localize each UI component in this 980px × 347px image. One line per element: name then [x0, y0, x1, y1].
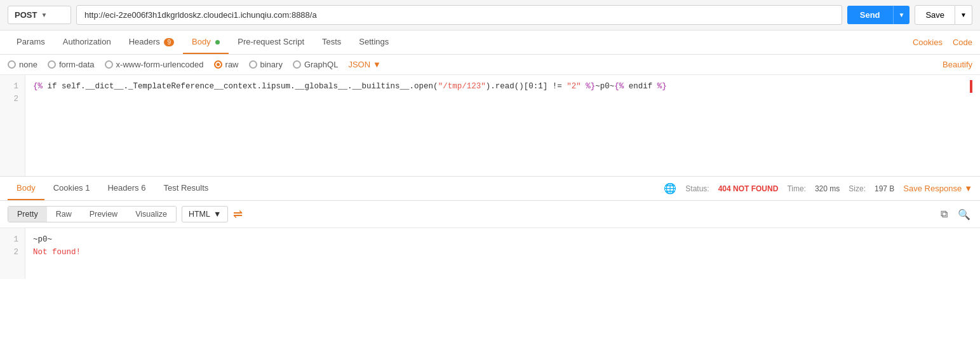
response-toolbar-right: ⧉ 🔍: [939, 207, 972, 222]
body-dot-icon: [215, 40, 220, 44]
json-format-chevron-icon: ▼: [373, 60, 381, 69]
search-button[interactable]: 🔍: [956, 207, 972, 222]
editor-line-1: {% if self.__dict__._TemplateReference__…: [33, 80, 972, 93]
response-line-numbers: 1 2: [0, 228, 25, 279]
tab-body[interactable]: Body: [183, 31, 229, 54]
radio-urlencoded-icon: [105, 60, 113, 69]
resp-line-num-2: 2: [6, 246, 18, 259]
response-body-toolbar: Pretty Raw Preview Visualize HTML ▼ ⇌ ⧉ …: [0, 201, 980, 228]
response-tab-cookies[interactable]: Cookies 1: [44, 177, 99, 200]
copy-button[interactable]: ⧉: [939, 207, 950, 222]
wrap-icon[interactable]: ⇌: [233, 207, 243, 221]
option-none[interactable]: none: [8, 60, 37, 69]
save-group: Save ▼: [915, 5, 972, 25]
time-label: Time:: [787, 184, 806, 193]
response-tab-body[interactable]: Body: [8, 177, 44, 200]
url-input[interactable]: [76, 5, 842, 25]
response-tab-test-results[interactable]: Test Results: [154, 177, 217, 200]
radio-binary-icon: [249, 60, 257, 69]
resp-line-num-1: 1: [6, 233, 18, 246]
json-format-dropdown[interactable]: JSON ▼: [348, 60, 381, 69]
size-label: Size:: [849, 184, 866, 193]
headers-badge: 9: [164, 38, 174, 46]
tab-pre-request-script[interactable]: Pre-request Script: [229, 31, 313, 54]
request-editor: 1 2 {% if self.__dict__._TemplateReferen…: [0, 75, 980, 177]
response-code-area: 1 2 ~p0~ Not found!: [0, 228, 980, 279]
option-form-data-label: form-data: [59, 60, 95, 69]
response-type-dropdown[interactable]: HTML ▼: [182, 206, 228, 222]
send-dropdown-button[interactable]: ▼: [893, 6, 910, 24]
size-value: 197 B: [875, 184, 894, 193]
tab-authorization[interactable]: Authorization: [54, 31, 120, 54]
method-select[interactable]: POST ▼: [8, 6, 71, 24]
format-group: Pretty Raw Preview Visualize: [8, 206, 177, 222]
code-link[interactable]: Code: [953, 31, 972, 53]
response-code-content: ~p0~ Not found!: [25, 228, 980, 279]
save-response-button[interactable]: Save Response ▼: [903, 184, 972, 193]
format-raw-button[interactable]: Raw: [47, 207, 81, 222]
body-options-row: none form-data x-www-form-urlencoded raw…: [0, 55, 980, 75]
option-raw-label: raw: [225, 60, 239, 69]
radio-form-data-icon: [48, 60, 56, 69]
format-preview-button[interactable]: Preview: [81, 207, 126, 222]
top-right-links: Cookies Code: [913, 31, 972, 53]
option-raw[interactable]: raw: [214, 60, 239, 69]
editor-line-1-text: {% if self.__dict__._TemplateReference__…: [33, 80, 667, 93]
response-line-1-text: ~p0~: [33, 233, 52, 246]
option-urlencoded-label: x-www-form-urlencoded: [116, 60, 204, 69]
option-form-data[interactable]: form-data: [48, 60, 95, 69]
radio-none-icon: [8, 60, 16, 69]
response-meta: 🌐 Status: 404 NOT FOUND Time: 320 ms Siz…: [664, 182, 972, 194]
line-num-1: 1: [6, 80, 18, 93]
response-line-2: Not found!: [33, 246, 972, 259]
response-tab-headers[interactable]: Headers 6: [98, 177, 154, 200]
response-type-chevron-icon: ▼: [213, 210, 221, 219]
beautify-button[interactable]: Beautify: [943, 60, 972, 69]
save-response-chevron-icon: ▼: [964, 184, 972, 193]
tab-tests[interactable]: Tests: [313, 31, 350, 54]
response-cookies-badge: 1: [85, 183, 90, 193]
option-graphql[interactable]: GraphQL: [293, 60, 338, 69]
editor-code-content[interactable]: {% if self.__dict__._TemplateReference__…: [25, 75, 980, 176]
radio-graphql-icon: [293, 60, 301, 69]
editor-error-bar: [970, 80, 972, 93]
editor-line-2: [33, 93, 972, 105]
option-binary[interactable]: binary: [249, 60, 283, 69]
tab-headers[interactable]: Headers 9: [120, 31, 183, 54]
editor-line-numbers: 1 2: [0, 75, 25, 176]
response-headers-badge: 6: [141, 183, 145, 193]
format-visualize-button[interactable]: Visualize: [126, 207, 176, 222]
method-label: POST: [15, 10, 37, 20]
response-type-label: HTML: [189, 210, 210, 219]
tab-settings[interactable]: Settings: [350, 31, 398, 54]
method-chevron-icon: ▼: [41, 11, 47, 18]
request-tabs-row: Params Authorization Headers 9 Body Pre-…: [0, 31, 980, 55]
save-dropdown-button[interactable]: ▼: [955, 5, 972, 25]
radio-raw-icon: [214, 60, 222, 69]
save-response-label: Save Response: [903, 184, 962, 193]
cookies-link[interactable]: Cookies: [913, 31, 943, 53]
option-binary-label: binary: [260, 60, 283, 69]
tab-params[interactable]: Params: [8, 31, 54, 54]
response-line-1: ~p0~: [33, 233, 972, 246]
top-bar: POST ▼ Send ▼ Save ▼: [0, 0, 980, 31]
response-tabs-row: Body Cookies 1 Headers 6 Test Results 🌐 …: [0, 177, 980, 201]
option-urlencoded[interactable]: x-www-form-urlencoded: [105, 60, 204, 69]
globe-icon: 🌐: [664, 182, 676, 194]
send-group: Send ▼: [847, 6, 910, 24]
status-value: 404 NOT FOUND: [718, 184, 779, 193]
option-graphql-label: GraphQL: [304, 60, 338, 69]
save-button[interactable]: Save: [915, 5, 955, 25]
format-pretty-button[interactable]: Pretty: [8, 207, 47, 222]
status-label: Status:: [685, 184, 709, 193]
editor-line-2-text: [33, 93, 38, 105]
time-value: 320 ms: [815, 184, 840, 193]
response-line-2-text: Not found!: [33, 246, 81, 259]
option-none-label: none: [19, 60, 37, 69]
send-button[interactable]: Send: [847, 6, 893, 24]
json-format-label: JSON: [348, 60, 370, 69]
line-num-2: 2: [6, 93, 18, 105]
